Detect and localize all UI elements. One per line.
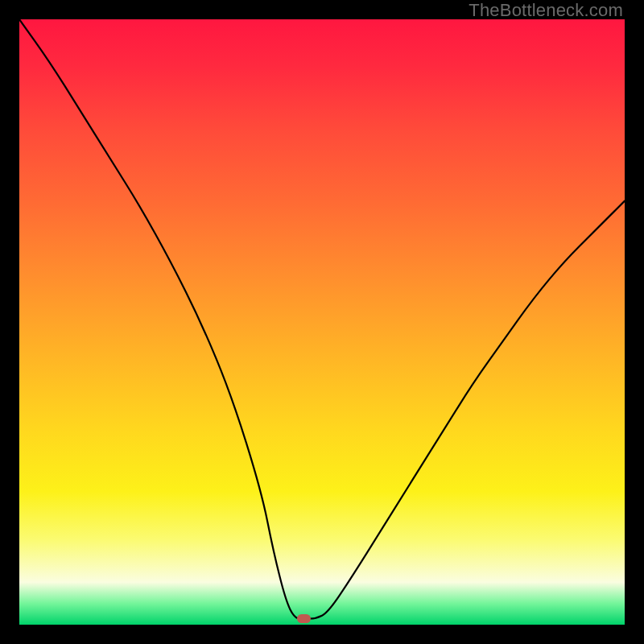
curve-minimum-marker [297,614,311,623]
plot-area [19,19,625,625]
chart-frame: TheBottleneck.com [0,0,644,644]
bottleneck-curve-path [19,19,625,619]
watermark-text: TheBottleneck.com [469,0,623,21]
curve-layer [19,19,625,625]
